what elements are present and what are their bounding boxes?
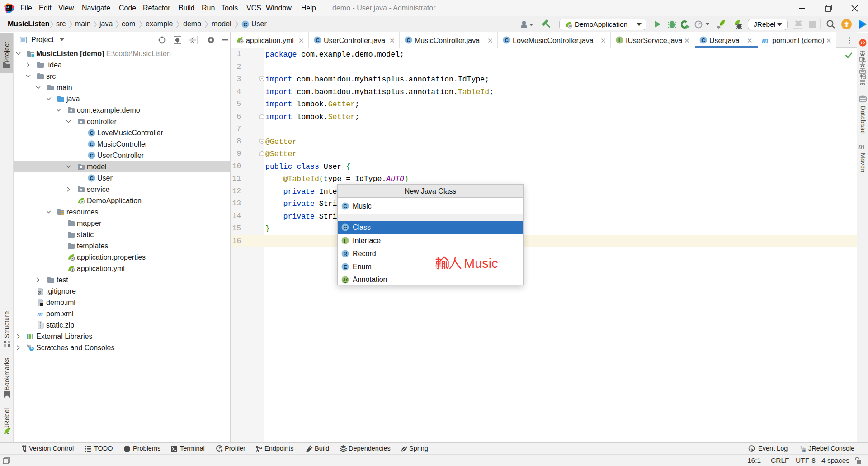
svg-text:C: C: [90, 130, 94, 136]
svg-text:m: m: [37, 310, 43, 318]
svg-text:JR: JR: [6, 432, 9, 435]
svg-text:C: C: [90, 142, 94, 147]
svg-text:I: I: [344, 238, 345, 243]
svg-text:I: I: [618, 38, 620, 43]
svg-text:E: E: [344, 264, 347, 270]
svg-text:IJ: IJ: [6, 5, 9, 9]
svg-text:R: R: [344, 251, 348, 257]
svg-text:C: C: [407, 38, 410, 43]
svg-text:C: C: [505, 38, 509, 43]
svg-text:C: C: [90, 153, 94, 158]
svg-text:C: C: [344, 225, 347, 230]
svg-text:C: C: [316, 38, 320, 43]
svg-text:@: @: [343, 277, 348, 283]
svg-text:C: C: [244, 22, 247, 27]
svg-text:m: m: [762, 36, 769, 44]
svg-text:C: C: [344, 204, 347, 209]
svg-text:C: C: [90, 176, 94, 181]
svg-text:C: C: [702, 38, 705, 43]
svg-text:JR: JR: [802, 450, 806, 452]
